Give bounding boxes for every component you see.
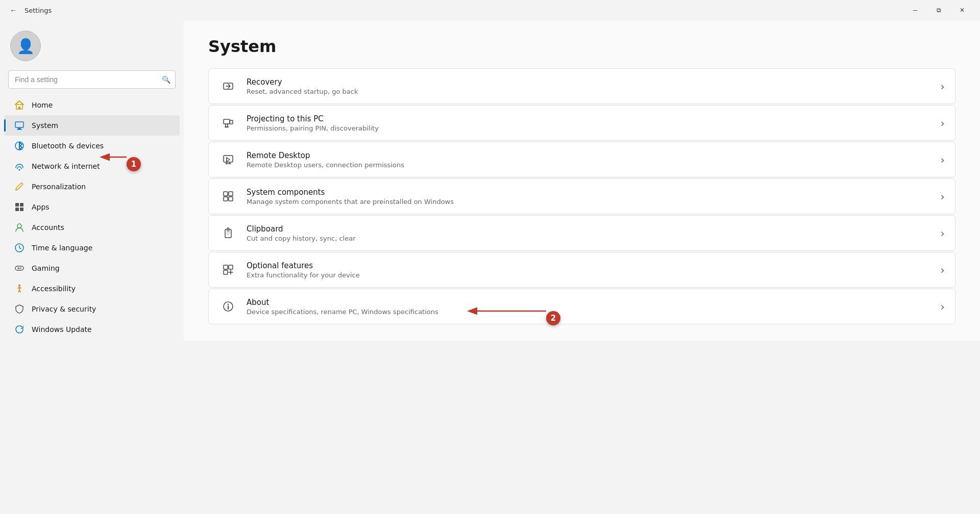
sidebar-item-label-network: Network & internet [32, 162, 100, 170]
remote-desktop-text: Remote DesktopRemote Desktop users, conn… [247, 151, 931, 169]
page-title: System [208, 37, 955, 56]
projecting-title: Projecting to this PC [247, 114, 931, 123]
sidebar-item-home[interactable]: Home [4, 95, 180, 115]
search-box: 🔍 [8, 70, 176, 89]
svg-rect-34 [224, 270, 228, 274]
remote-desktop-desc: Remote Desktop users, connection permiss… [247, 161, 931, 169]
sidebar-item-label-home: Home [32, 101, 53, 109]
apps-nav-icon [14, 202, 24, 212]
time-nav-icon [14, 243, 24, 253]
sidebar-item-label-personalization: Personalization [32, 183, 86, 191]
svg-point-16 [18, 285, 20, 287]
settings-item-recovery[interactable]: RecoveryReset, advanced startup, go back… [208, 68, 955, 104]
optional-features-text: Optional featuresExtra functionality for… [247, 261, 931, 279]
privacy-nav-icon [14, 304, 24, 314]
optional-features-title: Optional features [247, 261, 931, 270]
system-components-title: System components [247, 188, 931, 197]
svg-point-14 [20, 268, 21, 269]
svg-rect-31 [226, 234, 229, 235]
remote-desktop-arrow-icon: › [940, 153, 945, 166]
sidebar-item-label-privacy: Privacy & security [32, 305, 96, 313]
sidebar-item-label-apps: Apps [32, 203, 50, 211]
svg-rect-24 [224, 192, 228, 196]
system-components-desc: Manage system components that are preins… [247, 198, 931, 205]
settings-item-clipboard[interactable]: ClipboardCut and copy history, sync, cle… [208, 215, 955, 251]
minimize-button[interactable]: ─ [903, 2, 927, 18]
restore-button[interactable]: ⧉ [927, 2, 950, 18]
settings-item-remote-desktop[interactable]: Remote DesktopRemote Desktop users, conn… [208, 142, 955, 177]
sidebar-item-bluetooth[interactable]: Bluetooth & devices [4, 136, 180, 156]
svg-rect-10 [20, 208, 23, 211]
svg-rect-32 [224, 265, 228, 269]
window-controls: ─ ⧉ ✕ [903, 2, 974, 18]
settings-item-projecting[interactable]: Projecting to this PCPermissions, pairin… [208, 105, 955, 141]
sidebar-item-gaming[interactable]: Gaming [4, 258, 180, 278]
nav-list: HomeSystemBluetooth & devicesNetwork & i… [0, 95, 184, 340]
clipboard-text: ClipboardCut and copy history, sync, cle… [247, 224, 931, 242]
search-input[interactable] [8, 70, 176, 89]
sidebar-item-apps[interactable]: Apps [4, 197, 180, 217]
sidebar-item-label-accounts: Accounts [32, 223, 64, 232]
clipboard-title: Clipboard [247, 224, 931, 234]
sidebar-item-label-time: Time & language [32, 244, 92, 252]
home-nav-icon [14, 100, 24, 110]
clipboard-icon [219, 224, 237, 242]
recovery-icon [219, 77, 237, 95]
settings-item-system-components[interactable]: System componentsManage system component… [208, 178, 955, 214]
svg-point-6 [19, 169, 20, 171]
clipboard-desc: Cut and copy history, sync, clear [247, 235, 931, 242]
svg-rect-21 [230, 120, 233, 124]
svg-point-36 [228, 304, 229, 305]
svg-rect-33 [229, 265, 233, 269]
update-nav-icon [14, 324, 24, 335]
optional-features-desc: Extra functionality for your device [247, 271, 931, 279]
about-desc: Device specifications, rename PC, Window… [247, 308, 931, 316]
sidebar-item-label-gaming: Gaming [32, 264, 60, 272]
close-button[interactable]: ✕ [950, 2, 974, 18]
projecting-icon [219, 114, 237, 132]
sidebar-item-system[interactable]: System [4, 115, 180, 136]
recovery-desc: Reset, advanced startup, go back [247, 88, 931, 95]
sidebar-item-time[interactable]: Time & language [4, 238, 180, 258]
recovery-text: RecoveryReset, advanced startup, go back [247, 78, 931, 95]
sidebar-item-network[interactable]: Network & internet [4, 156, 180, 176]
sidebar-item-personalization[interactable]: Personalization [4, 176, 180, 197]
about-icon [219, 297, 237, 316]
sidebar-item-label-bluetooth: Bluetooth & devices [32, 142, 104, 150]
sidebar-item-privacy[interactable]: Privacy & security [4, 299, 180, 319]
projecting-arrow-icon: › [940, 117, 945, 130]
svg-rect-8 [20, 203, 23, 207]
svg-rect-26 [224, 197, 228, 201]
accessibility-nav-icon [14, 284, 24, 294]
avatar[interactable]: 👤 [10, 31, 41, 61]
svg-rect-27 [229, 197, 233, 201]
svg-point-15 [19, 268, 20, 269]
about-title: About [247, 298, 931, 307]
svg-rect-20 [224, 119, 230, 124]
remote-desktop-title: Remote Desktop [247, 151, 931, 160]
svg-rect-2 [15, 122, 23, 127]
remote-desktop-icon [219, 150, 237, 169]
svg-rect-29 [227, 230, 230, 232]
svg-point-11 [17, 224, 21, 228]
main-content: System RecoveryReset, advanced startup, … [184, 20, 980, 341]
sidebar-item-update[interactable]: Windows Update [4, 319, 180, 340]
sidebar-item-accounts[interactable]: Accounts [4, 217, 180, 238]
network-nav-icon [14, 161, 24, 171]
svg-rect-9 [15, 208, 19, 211]
about-arrow-icon: › [940, 300, 945, 313]
optional-features-arrow-icon: › [940, 264, 945, 276]
system-nav-icon [14, 120, 24, 131]
clipboard-arrow-icon: › [940, 227, 945, 240]
back-button[interactable]: ← [6, 3, 20, 17]
svg-rect-30 [226, 233, 230, 233]
annotation-badge-1: 1 [127, 157, 141, 171]
system-components-text: System componentsManage system component… [247, 188, 931, 205]
settings-item-about[interactable]: AboutDevice specifications, rename PC, W… [208, 289, 955, 324]
sidebar-item-accessibility[interactable]: Accessibility [4, 278, 180, 299]
system-components-icon [219, 187, 237, 205]
svg-rect-7 [15, 203, 19, 207]
projecting-desc: Permissions, pairing PIN, discoverabilit… [247, 124, 931, 132]
settings-item-optional-features[interactable]: Optional featuresExtra functionality for… [208, 252, 955, 288]
gaming-nav-icon [14, 263, 24, 273]
